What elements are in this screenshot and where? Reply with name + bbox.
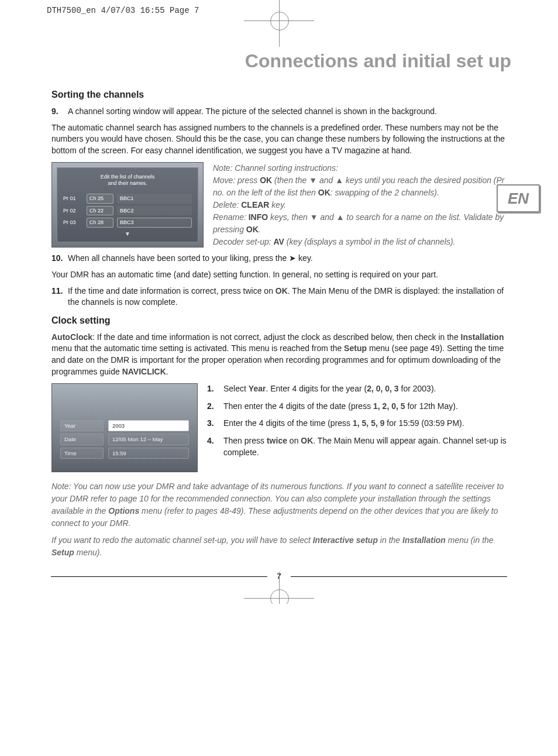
lang-tab: EN <box>497 184 540 214</box>
clock-label-time: Time <box>60 448 104 459</box>
crop-mark-bottom <box>261 580 297 604</box>
crop-mark-top <box>261 3 297 38</box>
page-title: Connections and initial set up <box>47 50 511 72</box>
clock-step-2: Then enter the 4 digits of the date (pre… <box>223 401 511 413</box>
step-11: 11. If the time and date information is … <box>51 286 511 308</box>
clock-step-3: Enter the 4 digits of the time (press 1,… <box>223 418 511 429</box>
clock-row: Time 15:59 <box>58 446 191 460</box>
clock-screenshot: Year 2003 Date 12/05 Mon 12 – May Time 1… <box>51 383 198 472</box>
clock-value-year: 2003 <box>108 420 189 431</box>
clock-step-1: Select Year. Enter 4 digits for the year… <box>223 383 511 395</box>
footer-note-1: Note: You can now use your DMR and take … <box>51 480 511 530</box>
channel-list-caption: Edit the list of channels and their name… <box>61 171 194 193</box>
clock-row: Date 12/05 Mon 12 – May <box>58 432 191 446</box>
note-move: Move: press OK (then the ▼ and ▲ keys un… <box>213 174 511 199</box>
footer-note-2: If you want to redo the automatic channe… <box>51 534 511 559</box>
clock-step-2-num: 2. <box>207 401 223 413</box>
clock-step-1-num: 1. <box>207 383 223 395</box>
clock-label-year: Year <box>60 420 104 431</box>
section-clock: Clock setting <box>47 315 511 326</box>
down-arrow-icon: ▼ <box>309 174 317 187</box>
sorting-para-1: The automatic channel search has assigne… <box>51 122 511 157</box>
clock-value-time: 15:59 <box>108 448 189 459</box>
channel-name: BBC2 <box>117 206 192 216</box>
step-9-num: 9. <box>51 106 68 118</box>
down-arrow-icon: ▼ <box>310 211 318 224</box>
note-rename: Rename: INFO keys, then ▼ and ▲ to searc… <box>213 211 511 236</box>
down-arrow-icon: ▼ <box>61 230 194 238</box>
note-title: Note: Channel sorting instructions: <box>213 162 511 174</box>
channel-name: BBC3 <box>117 218 192 228</box>
section-sorting: Sorting the channels <box>47 90 511 100</box>
sorting-content: 9. A channel sorting window will appear.… <box>47 106 511 308</box>
channel-pr: Pr 01 <box>63 195 83 202</box>
clock-value-date: 12/05 Mon 12 – May <box>108 434 189 445</box>
up-arrow-icon: ▲ <box>336 211 345 224</box>
channel-ch: Ch 22 <box>87 206 113 216</box>
sorting-para-2: Your DMR has an automatic time (and date… <box>51 269 511 281</box>
lang-tab-label: EN <box>508 190 529 208</box>
channel-row: Pr 02 Ch 22 BBC2 <box>61 205 194 217</box>
note-delete: Delete: CLEAR key. <box>213 199 511 211</box>
channel-row: Pr 01 Ch 25 BBC1 <box>61 193 194 205</box>
note-decoder: Decoder set-up: AV (key (displays a symb… <box>213 236 511 248</box>
clock-step-4-num: 4. <box>207 435 223 458</box>
clock-row: Year 2003 <box>58 419 191 432</box>
channel-ch: Ch 25 <box>87 194 113 204</box>
channel-ch: Ch 28 <box>87 218 113 228</box>
channel-pr: Pr 03 <box>63 219 83 226</box>
step-10: 10. When all channels have been sorted t… <box>51 253 511 264</box>
channel-name: BBC1 <box>117 194 192 204</box>
channel-list-screenshot: Edit the list of channels and their name… <box>51 162 204 247</box>
clock-step-4: Then press twice on OK. The Main Menu wi… <box>223 435 511 458</box>
clock-label-date: Date <box>60 434 104 445</box>
channel-sorting-note: Note: Channel sorting instructions: Move… <box>213 162 511 248</box>
page: DTH7500_en 4/07/03 16:55 Page 7 Connecti… <box>0 0 558 604</box>
clock-step-3-num: 3. <box>207 418 223 429</box>
right-arrow-icon: ➤ <box>289 253 296 264</box>
clock-intro: AutoClock: If the date and time informat… <box>51 332 511 377</box>
channel-pr: Pr 02 <box>63 207 83 215</box>
step-9-text: A channel sorting window will appear. Th… <box>68 106 511 118</box>
clock-steps: 1. Select Year. Enter 4 digits for the y… <box>207 383 511 464</box>
clock-content: AutoClock: If the date and time informat… <box>47 332 511 559</box>
up-arrow-icon: ▲ <box>335 174 343 187</box>
channel-row: Pr 03 Ch 28 BBC3 <box>61 217 194 229</box>
